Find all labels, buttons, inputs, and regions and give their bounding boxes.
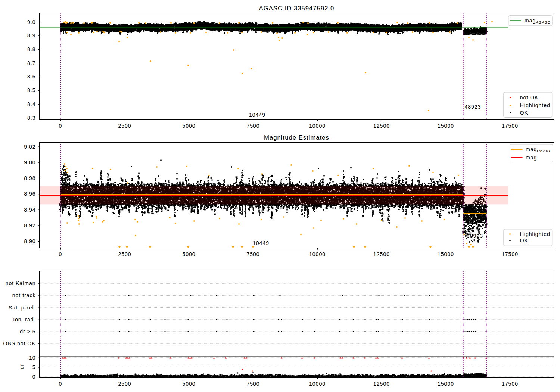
svg-text:8.90: 8.90 <box>24 238 35 244</box>
svg-text:8.94: 8.94 <box>24 207 35 213</box>
svg-text:12500: 12500 <box>373 381 390 387</box>
svg-text:17500: 17500 <box>502 381 518 387</box>
svg-text:OK: OK <box>520 110 528 116</box>
svg-text:2500: 2500 <box>118 381 131 387</box>
svg-text:9.00: 9.00 <box>24 159 35 165</box>
svg-text:Sat. pixel.: Sat. pixel. <box>9 305 35 311</box>
svg-text:8.3: 8.3 <box>27 115 35 121</box>
svg-text:Highlighted: Highlighted <box>520 231 550 237</box>
svg-text:8.4: 8.4 <box>27 101 35 107</box>
svg-text:8.7: 8.7 <box>27 60 35 66</box>
svg-text:7500: 7500 <box>246 123 259 129</box>
svg-text:8.98: 8.98 <box>24 175 35 181</box>
svg-text:not track: not track <box>12 292 36 298</box>
svg-text:10: 10 <box>29 355 36 361</box>
svg-text:8.92: 8.92 <box>24 223 35 228</box>
svg-text:15000: 15000 <box>438 123 454 129</box>
svg-text:8.9: 8.9 <box>27 32 35 38</box>
svg-text:not Kalman: not Kalman <box>6 280 36 286</box>
svg-text:7500: 7500 <box>246 381 259 387</box>
svg-text:9.02: 9.02 <box>24 144 35 150</box>
svg-text:15000: 15000 <box>438 381 454 387</box>
svg-text:10449: 10449 <box>249 112 265 118</box>
svg-text:7500: 7500 <box>246 251 259 257</box>
svg-text:Ion. rad.: Ion. rad. <box>13 317 35 323</box>
svg-text:10000: 10000 <box>309 381 326 387</box>
svg-text:0: 0 <box>59 381 62 387</box>
svg-text:2500: 2500 <box>118 251 131 257</box>
svg-text:Magnitude Estimates: Magnitude Estimates <box>264 134 329 141</box>
svg-text:8.5: 8.5 <box>27 87 35 93</box>
svg-text:48923: 48923 <box>465 104 481 110</box>
svg-text:8.6: 8.6 <box>27 74 35 80</box>
svg-text:OBS not OK: OBS not OK <box>3 340 35 346</box>
svg-text:2500: 2500 <box>118 123 131 129</box>
svg-text:8.8: 8.8 <box>27 46 35 52</box>
svg-text:0: 0 <box>59 251 62 257</box>
svg-text:Highlighted: Highlighted <box>520 102 550 108</box>
svg-text:OK: OK <box>520 237 528 243</box>
svg-text:17500: 17500 <box>502 123 518 129</box>
svg-text:10000: 10000 <box>309 251 326 257</box>
svg-text:15000: 15000 <box>438 251 454 257</box>
svg-text:17500: 17500 <box>502 251 518 257</box>
svg-text:0: 0 <box>59 123 62 129</box>
svg-text:12500: 12500 <box>373 123 390 129</box>
svg-text:5000: 5000 <box>182 381 195 387</box>
svg-text:48923: 48923 <box>467 233 483 239</box>
svg-text:8.96: 8.96 <box>24 191 35 197</box>
svg-text:5000: 5000 <box>182 123 195 129</box>
svg-text:dr > 5: dr > 5 <box>20 329 35 335</box>
svg-text:12500: 12500 <box>373 251 390 257</box>
svg-text:mag: mag <box>526 155 537 161</box>
svg-text:not OK: not OK <box>520 94 539 100</box>
svg-text:10000: 10000 <box>309 123 326 129</box>
svg-text:9.0: 9.0 <box>27 19 35 25</box>
svg-text:AGASC ID 335947592.0: AGASC ID 335947592.0 <box>259 5 335 12</box>
svg-text:0: 0 <box>32 374 36 380</box>
svg-text:10449: 10449 <box>253 240 269 246</box>
svg-text:dr: dr <box>19 364 25 369</box>
svg-text:5000: 5000 <box>182 251 195 257</box>
svg-text:5: 5 <box>32 364 36 370</box>
